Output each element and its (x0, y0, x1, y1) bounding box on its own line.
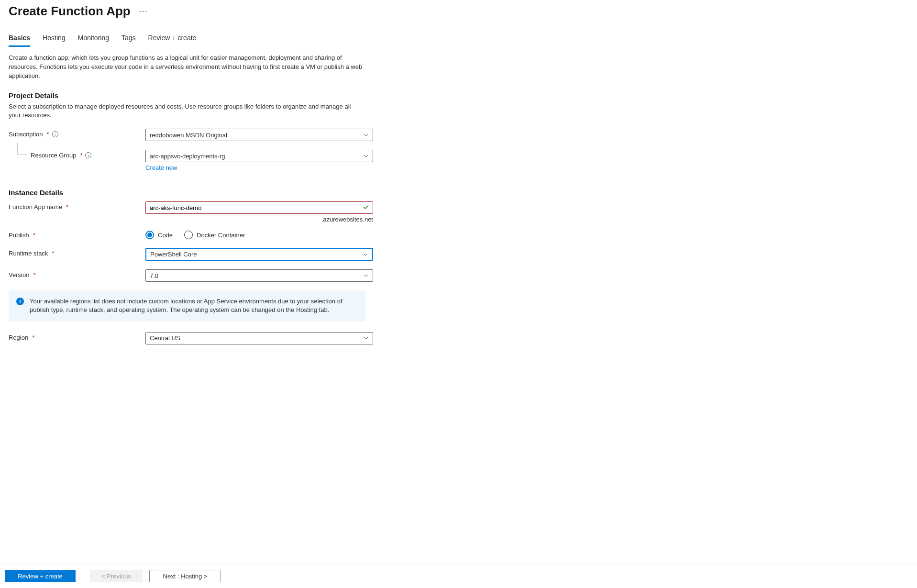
publish-radio-docker[interactable]: Docker Container (184, 231, 245, 239)
region-label: Region (9, 334, 28, 341)
runtime-stack-select[interactable]: PowerShell Core (145, 248, 373, 261)
region-select[interactable]: Central US (145, 332, 373, 344)
publish-label: Publish (9, 232, 29, 239)
required-marker: * (33, 232, 35, 239)
tab-tags[interactable]: Tags (122, 32, 136, 47)
intro-text: Create a function app, which lets you gr… (9, 54, 363, 81)
info-icon[interactable]: i (85, 152, 91, 158)
resource-group-value: arc-appsvc-deployments-rg (150, 153, 225, 160)
project-details-heading: Project Details (9, 91, 908, 100)
subscription-label: Subscription (9, 131, 43, 138)
runtime-stack-value: PowerShell Core (150, 251, 197, 258)
domain-suffix: .azurewebsites.net (145, 216, 373, 223)
info-icon: i (16, 298, 24, 305)
publish-docker-label: Docker Container (197, 232, 245, 239)
version-select[interactable]: 7.0 (145, 269, 373, 282)
required-marker: * (52, 250, 54, 257)
create-new-link[interactable]: Create new (145, 164, 177, 171)
version-value: 7.0 (150, 272, 158, 279)
required-marker: * (33, 271, 35, 278)
tab-hosting[interactable]: Hosting (43, 32, 65, 47)
required-marker: * (66, 203, 68, 211)
project-details-desc: Select a subscription to manage deployed… (9, 102, 363, 121)
chevron-down-icon (363, 335, 369, 341)
publish-radio-code[interactable]: Code (145, 231, 173, 239)
info-banner: i Your available regions list does not i… (9, 290, 365, 321)
region-value: Central US (150, 334, 180, 342)
subscription-value: reddobowen MSDN Original (150, 132, 227, 139)
more-actions-icon[interactable]: ··· (139, 6, 148, 16)
info-icon[interactable]: i (52, 131, 58, 137)
required-marker: * (32, 334, 34, 341)
runtime-stack-label: Runtime stack (9, 250, 48, 257)
check-icon (363, 204, 369, 212)
instance-details-heading: Instance Details (9, 189, 908, 197)
version-label: Version (9, 271, 29, 278)
info-banner-text: Your available regions list does not inc… (30, 297, 358, 314)
tab-monitoring[interactable]: Monitoring (78, 32, 109, 47)
resource-group-select[interactable]: arc-appsvc-deployments-rg (145, 150, 373, 162)
publish-code-label: Code (158, 232, 173, 239)
chevron-down-icon (363, 132, 369, 138)
tree-connector (17, 143, 27, 155)
tabs: Basics Hosting Monitoring Tags Review + … (9, 32, 908, 47)
function-app-name-input[interactable] (145, 201, 373, 214)
tab-review-create[interactable]: Review + create (148, 32, 197, 47)
required-marker: * (47, 131, 49, 138)
page-title: Create Function App (9, 4, 131, 19)
resource-group-label: Resource Group (31, 152, 76, 159)
subscription-select[interactable]: reddobowen MSDN Original (145, 129, 373, 141)
required-marker: * (80, 152, 82, 159)
chevron-down-icon (363, 273, 369, 278)
function-app-name-label: Function App name (9, 203, 62, 211)
tab-basics[interactable]: Basics (9, 32, 30, 47)
chevron-down-icon (363, 153, 369, 159)
chevron-down-icon (363, 252, 368, 257)
